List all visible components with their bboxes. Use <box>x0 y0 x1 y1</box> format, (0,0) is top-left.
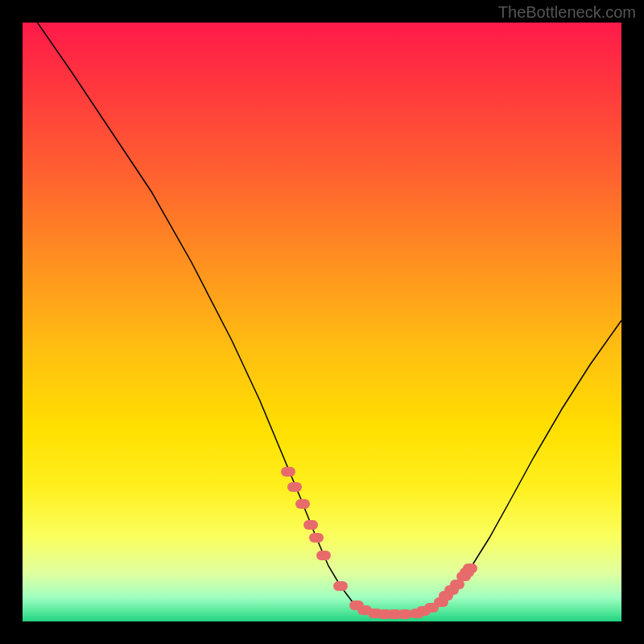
markers-group <box>281 467 477 619</box>
data-marker <box>463 564 477 573</box>
data-marker <box>303 520 318 530</box>
data-marker <box>316 551 331 560</box>
data-marker <box>333 581 348 591</box>
bottleneck-curve <box>35 23 621 614</box>
chart-plot-area <box>23 23 621 621</box>
data-marker <box>309 533 324 543</box>
watermark-text: TheBottleneck.com <box>498 3 636 22</box>
data-marker <box>287 482 302 492</box>
chart-svg <box>23 23 621 621</box>
data-marker <box>281 467 295 477</box>
data-marker <box>295 499 310 509</box>
